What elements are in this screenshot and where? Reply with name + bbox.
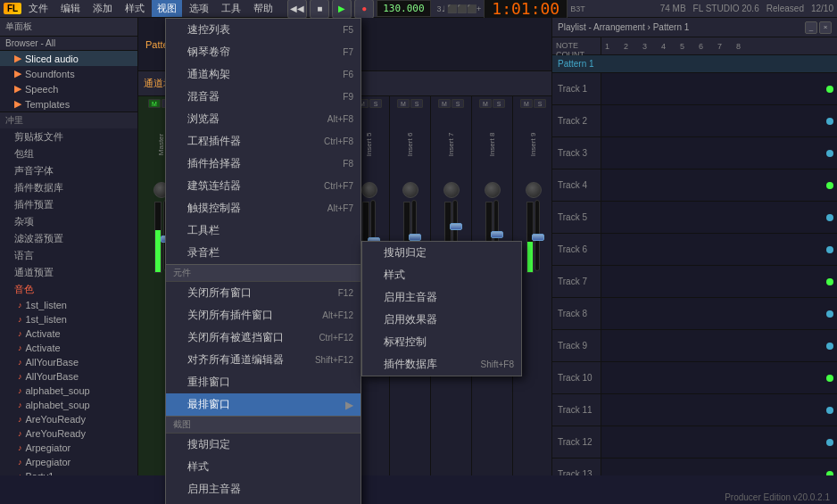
channel-fader-handle[interactable]	[450, 223, 462, 230]
track-content[interactable]	[601, 266, 837, 297]
channel-fader-handle[interactable]	[532, 234, 544, 241]
submenu-plugin-db[interactable]: 插件数据库 Shift+F8	[362, 353, 521, 376]
playlist-track-row[interactable]: Track 4	[552, 169, 837, 202]
playlist-track-row[interactable]: Track 1	[552, 73, 837, 105]
sidebar-audio-item[interactable]: ♪Arpegiator	[0, 455, 137, 469]
channel-mute-btn[interactable]: M	[520, 99, 533, 108]
channel-mute-btn[interactable]: M	[438, 99, 451, 108]
track-content[interactable]	[601, 169, 837, 201]
channel-solo-btn[interactable]: S	[493, 99, 505, 108]
sidebar-item-color[interactable]: 音色	[0, 281, 137, 298]
channel-fader-handle[interactable]	[491, 231, 503, 238]
menu-close-all[interactable]: 关闭所有窗口 F12	[166, 282, 360, 304]
channel-pan-knob[interactable]	[402, 182, 418, 198]
track-content[interactable]	[601, 73, 837, 104]
view-dropdown-menu[interactable]: 速控列表 F5 钢琴卷帘 F7 通道构架 F6 混音器 F9 浏览器 Alt+F…	[165, 18, 361, 504]
playlist-track-row[interactable]: Track 2	[552, 105, 837, 137]
sidebar-audio-item[interactable]: ♪alphabet_soup	[0, 384, 137, 398]
menu-file[interactable]: 文件	[23, 0, 54, 17]
rewind-btn[interactable]: ◀◀	[287, 0, 307, 19]
wallpaper-submenu[interactable]: 搜胡归定 样式 启用主音器 启用效果器 标程控制 插件数据库 Shift+F8	[361, 241, 522, 376]
sidebar-audio-item[interactable]: ♪AllYourBase	[0, 355, 137, 369]
submenu-style[interactable]: 样式	[362, 264, 521, 286]
sidebar-item-package[interactable]: 包组	[0, 145, 137, 162]
sidebar-audio-item[interactable]: ♪Activate	[0, 326, 137, 341]
playlist-track-row[interactable]: Track 7	[552, 266, 837, 298]
playlist-track-row[interactable]: Track 6	[552, 234, 837, 266]
sidebar-item-channel-preset[interactable]: 通道预置	[0, 264, 137, 281]
playlist-track-row[interactable]: Track 10	[552, 362, 837, 394]
sidebar-item-misc[interactable]: 杂项	[0, 213, 137, 230]
sidebar-audio-item[interactable]: ♪alphabet_soup	[0, 398, 137, 412]
channel-solo-btn[interactable]: S	[452, 99, 464, 108]
sidebar-item-filter-preset[interactable]: 滤波器预置	[0, 230, 137, 247]
playlist-track-row[interactable]: Track 8	[552, 298, 837, 330]
menu-browser[interactable]: 浏览器 Alt+F8	[166, 108, 360, 130]
playlist-track-row[interactable]: Track 5	[552, 202, 837, 234]
menu-enable-master[interactable]: 启用主音器	[166, 478, 360, 500]
minimize-btn[interactable]: _	[805, 21, 817, 34]
menu-record-bar[interactable]: 录音栏	[166, 242, 360, 264]
track-content[interactable]	[601, 394, 837, 426]
sidebar-audio-item[interactable]: ♪AreYouReady	[0, 426, 137, 441]
menu-search-fix[interactable]: 搜胡归定	[166, 434, 360, 456]
playlist-track-row[interactable]: Track 11	[552, 394, 837, 426]
channel-solo-btn[interactable]: S	[369, 99, 382, 108]
menu-mixer[interactable]: 混音器 F9	[166, 86, 360, 108]
menu-piano-roll[interactable]: 钢琴卷帘 F7	[166, 41, 360, 63]
record-btn[interactable]: ●	[354, 0, 374, 19]
menu-speed-control[interactable]: 速控列表 F5	[166, 19, 360, 41]
channel-mute-btn[interactable]: M	[148, 99, 161, 108]
sidebar-item-plugin-db[interactable]: 插件数据库	[0, 179, 137, 196]
submenu-enable-master[interactable]: 启用主音器	[362, 286, 521, 309]
channel-pan-knob[interactable]	[361, 182, 377, 198]
menu-plugin-manager[interactable]: 工程插件器 Ctrl+F8	[166, 130, 360, 153]
track-content[interactable]	[601, 105, 837, 136]
track-content[interactable]	[601, 298, 837, 329]
channel-mute-btn[interactable]: M	[397, 99, 410, 108]
menu-add[interactable]: 添加	[87, 0, 118, 17]
submenu-track-control[interactable]: 标程控制	[362, 331, 521, 353]
channel-pan-knob[interactable]	[485, 182, 501, 198]
sidebar-item-speech[interactable]: ▶ Speech	[0, 81, 137, 96]
play-btn[interactable]: ▶	[332, 0, 352, 19]
channel-solo-btn[interactable]: S	[534, 99, 546, 108]
menu-style[interactable]: 样式	[120, 0, 150, 17]
menu-channel-rack[interactable]: 通道构架 F6	[166, 63, 360, 86]
channel-pan-knob[interactable]	[443, 182, 460, 198]
submenu-search-fix[interactable]: 搜胡归定	[362, 242, 521, 264]
sidebar-audio-item[interactable]: ♪1st_listen	[0, 298, 137, 312]
playlist-track-row[interactable]: Track 13	[552, 459, 837, 475]
sidebar-item-sound-font[interactable]: 声音字体	[0, 162, 137, 179]
menu-style2[interactable]: 样式	[166, 456, 360, 478]
sidebar-audio-item[interactable]: ♪Arpegiator	[0, 441, 137, 455]
stop-btn[interactable]: ■	[310, 0, 329, 19]
sidebar-item-plugin-preset[interactable]: 插件预置	[0, 196, 137, 213]
sidebar-item-sliced-audio[interactable]: ▶ Sliced audio	[0, 51, 137, 66]
sidebar-item-language[interactable]: 语言	[0, 247, 137, 264]
menu-arrange[interactable]: 重排窗口	[166, 371, 360, 393]
submenu-enable-effects[interactable]: 启用效果器	[362, 309, 521, 331]
menu-edit[interactable]: 编辑	[55, 0, 86, 17]
sidebar-item-clipboard[interactable]: 剪贴板文件	[0, 128, 137, 145]
channel-pan-knob[interactable]	[526, 182, 542, 198]
menu-help[interactable]: 帮助	[248, 0, 278, 17]
track-content[interactable]	[601, 234, 837, 265]
bpm-display[interactable]: 130.000	[377, 0, 430, 17]
menu-wallpaper[interactable]: 最排窗口 ▶	[166, 393, 360, 416]
menu-touch-control[interactable]: 触摸控制器 Alt+F7	[166, 197, 360, 219]
close-btn[interactable]: ×	[819, 21, 832, 34]
sidebar-item-templates[interactable]: ▶ Templates	[0, 96, 137, 112]
sidebar-item-soundfonts[interactable]: ▶ Soundfonts	[0, 66, 137, 81]
menu-close-plugins[interactable]: 关闭所有插件窗口 Alt+F12	[166, 304, 360, 326]
channel-fader-track[interactable]	[535, 200, 540, 271]
track-content[interactable]	[601, 137, 837, 169]
menu-close-covered[interactable]: 关闭所有被遮挡窗口 Ctrl+F12	[166, 326, 360, 349]
track-content[interactable]	[601, 459, 837, 475]
menu-toolbar[interactable]: 工具栏	[166, 219, 360, 242]
channel-solo-btn[interactable]: S	[410, 99, 423, 108]
menu-mixer-link[interactable]: 建筑连结器 Ctrl+F7	[166, 175, 360, 197]
track-content[interactable]	[601, 330, 837, 361]
sidebar-audio-item[interactable]: ♪1st_listen	[0, 312, 137, 326]
playlist-track-row[interactable]: Track 9	[552, 330, 837, 362]
